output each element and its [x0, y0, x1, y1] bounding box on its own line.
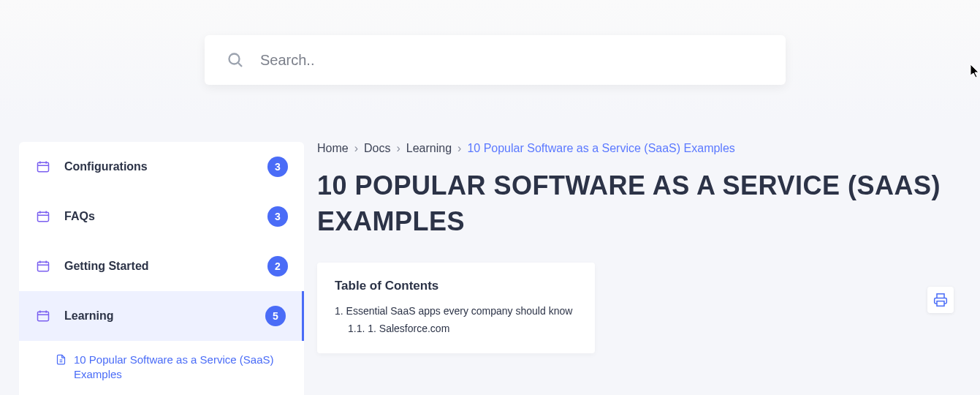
toc-subitem[interactable]: 1.1. 1. Salesforce.com — [335, 320, 577, 337]
folder-icon — [35, 208, 51, 225]
breadcrumb: Home › Docs › Learning › 10 Popular Soft… — [317, 142, 961, 155]
svg-rect-4 — [38, 262, 49, 271]
printer-icon — [933, 293, 948, 307]
sidebar-item-learning[interactable]: Learning 5 — [19, 291, 304, 341]
chevron-right-icon: › — [396, 142, 400, 155]
sidebar-badge: 3 — [267, 206, 288, 227]
toc-heading: Table of Contents — [335, 279, 577, 293]
svg-line-1 — [238, 63, 242, 67]
folder-icon — [35, 159, 51, 175]
sidebar-badge: 2 — [267, 256, 288, 276]
sidebar-item-configurations[interactable]: Configurations 3 — [19, 142, 304, 192]
table-of-contents: Table of Contents 1. Essential SaaS apps… — [317, 263, 595, 353]
chevron-right-icon: › — [354, 142, 358, 155]
sidebar-item-getting-started[interactable]: Getting Started 2 — [19, 241, 304, 291]
sidebar: Configurations 3 FAQs 3 Getting Started … — [19, 142, 304, 395]
breadcrumb-learning[interactable]: Learning — [406, 142, 452, 155]
print-button[interactable] — [927, 287, 954, 313]
main-content: Home › Docs › Learning › 10 Popular Soft… — [317, 142, 961, 395]
sidebar-badge: 5 — [265, 306, 286, 326]
search-section — [0, 0, 980, 120]
sidebar-item-label: FAQs — [64, 210, 267, 223]
svg-point-0 — [229, 54, 240, 64]
sidebar-item-faqs[interactable]: FAQs 3 — [19, 192, 304, 241]
sidebar-item-label: Getting Started — [64, 260, 267, 273]
folder-icon — [35, 308, 51, 324]
svg-rect-2 — [38, 162, 49, 172]
sidebar-sublist: 10 Popular Software as a Service (SaaS) … — [19, 341, 304, 395]
content-wrap: Configurations 3 FAQs 3 Getting Started … — [0, 142, 980, 395]
sidebar-subitem-active[interactable]: 10 Popular Software as a Service (SaaS) … — [48, 347, 304, 387]
svg-rect-3 — [38, 212, 49, 222]
breadcrumb-home[interactable]: Home — [317, 142, 349, 155]
page-title: 10 POPULAR SOFTWARE AS A SERVICE (SAAS) … — [317, 168, 961, 239]
sidebar-subitem[interactable]: How To Configure Your Travel Site Using … — [48, 387, 304, 395]
sidebar-item-label: Configurations — [64, 160, 267, 173]
search-box[interactable] — [205, 35, 786, 85]
breadcrumb-current: 10 Popular Software as a Service (SaaS) … — [467, 142, 734, 155]
svg-rect-6 — [937, 301, 944, 306]
sidebar-badge: 3 — [267, 157, 288, 177]
toc-item[interactable]: 1. Essential SaaS apps every company sho… — [335, 302, 577, 320]
sidebar-subitem-label: 10 Popular Software as a Service (SaaS) … — [74, 353, 291, 381]
breadcrumb-docs[interactable]: Docs — [364, 142, 390, 155]
document-icon — [56, 354, 67, 365]
folder-icon — [35, 258, 51, 274]
chevron-right-icon: › — [457, 142, 461, 155]
search-icon — [227, 51, 244, 69]
sidebar-item-label: Learning — [64, 309, 265, 323]
search-input[interactable] — [260, 52, 764, 69]
svg-rect-5 — [38, 312, 49, 321]
